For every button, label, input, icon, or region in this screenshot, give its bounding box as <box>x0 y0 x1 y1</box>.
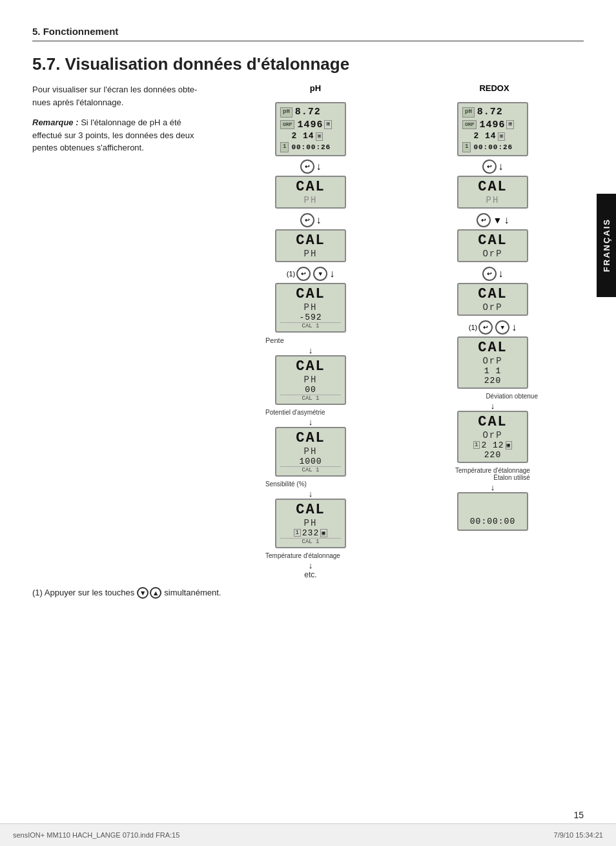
arrow-2: ↓ <box>316 214 322 226</box>
redox-nav-row-1: ↩ ↓ <box>482 160 504 174</box>
ph-col-label: pH <box>277 83 354 93</box>
redox-nav-row-4: (1) ↩ ▼ ↓ <box>469 320 517 335</box>
redox-ph-value: 8.72 <box>477 106 503 119</box>
cal-bot-3: CAL 1 <box>280 322 341 329</box>
redox-orp-label-sm: ORP <box>462 120 477 129</box>
redox-cal-val-4b: 220 <box>462 376 523 386</box>
redox-cal-text-4: CAL <box>462 340 523 356</box>
temp-value: 2 14 <box>291 131 314 142</box>
cal-text-6: CAL <box>280 502 341 518</box>
col-headers: pH REDOX <box>220 83 584 98</box>
redox-arrow-4: ↓ <box>511 322 517 333</box>
deviation-label-row: Déviation obtenue <box>447 393 538 400</box>
redox-arrow-down-4: ↓ <box>491 401 495 411</box>
cal-box-3: CAL PH -592 CAL 1 <box>275 283 346 333</box>
section-heading-text: 5. Fonctionnement <box>32 26 118 37</box>
sensibilite-label: Sensibilité (%) <box>265 480 307 488</box>
diagrams-section: pH REDOX pH 8.72 ORP <box>220 83 584 579</box>
intro-text: Pour visualiser sur l'écran les données … <box>32 83 213 108</box>
circle-up-icon: ▲ <box>150 587 161 599</box>
bottom-note2-text: simultanément. <box>164 588 221 597</box>
redox-cal-sub-2: OrP <box>462 249 523 259</box>
arrow-down-6: ↓ <box>309 561 313 570</box>
redox-nav-row-3: ↩ ↓ <box>482 267 504 281</box>
main-title-text: 5.7. Visualisation données d'étalonnage <box>32 54 349 74</box>
cal-text-4: CAL <box>280 358 341 375</box>
redox-cal-sub-4: OrP <box>462 356 523 366</box>
arrow-1: ↓ <box>316 161 322 172</box>
redox-cal-sub-3: OrP <box>462 302 523 313</box>
section-heading: 5. Fonctionnement <box>32 26 584 41</box>
redox-initial-display: pH 8.72 ORP 1496 ▣ T 2 14 ▣ <box>457 102 528 156</box>
footer-left: sensION+ MM110 HACH_LANGE 0710.indd FRA:… <box>13 831 180 839</box>
redox-cal-text-3: CAL <box>462 286 523 302</box>
cal-text-5: CAL <box>280 430 341 446</box>
orp-value: 1496 <box>297 119 323 132</box>
bottom-icons: ▼ ▲ <box>137 587 161 599</box>
bottom-note: (1) Appuyer sur les touches ▼ ▲ simultan… <box>32 587 584 599</box>
cal-step-5: CAL PH 1000 CAL 1 <box>275 427 346 477</box>
bottom-note-text: (1) Appuyer sur les touches <box>32 588 134 597</box>
orp-label-sm: ORP <box>280 120 294 129</box>
redox-nav-icon-3: ↩ <box>482 267 497 281</box>
page-number: 15 <box>573 810 584 820</box>
redox-nav-icon-4a: ↩ <box>478 320 493 335</box>
page-container: 5. Fonctionnement 5.7. Visualisation don… <box>0 0 616 846</box>
columns-row: pH 8.72 ORP 1496 ▣ T 2 14 ▣ <box>220 102 584 579</box>
cal-box-2: CAL PH <box>275 229 346 262</box>
redox-cal-box-6: 00:00:00 <box>457 492 528 531</box>
redox-etalon-label: Étalon utilisé <box>493 474 530 481</box>
main-title: 5.7. Visualisation données d'étalonnage <box>32 54 584 74</box>
redox-ph-label-sm: pH <box>462 107 475 118</box>
ph-label-sm: pH <box>280 107 293 118</box>
francais-tab: FRANÇAIS <box>597 194 616 297</box>
redox-temp-label: Température d'étalonnage <box>455 467 530 474</box>
circle-down-icon: ▼ <box>137 587 149 599</box>
sensibilite-label-row: Sensibilité (%) <box>265 480 356 488</box>
ph-main-value: 8.72 <box>295 106 321 119</box>
nav-icon-3a: ↩ <box>296 267 311 281</box>
cal-sub-5: PH <box>280 446 341 457</box>
ph-initial-display: pH 8.72 ORP 1496 ▣ T 2 14 ▣ <box>275 102 346 156</box>
potentiel-label: Potentiel d'asymétrie <box>265 409 325 416</box>
cal-sub-1: PH <box>280 195 341 205</box>
redox-cal-box-3: CAL OrP <box>457 283 528 316</box>
redox-cal-text-2: CAL <box>462 232 523 249</box>
redox-cal-step-2: CAL OrP <box>457 229 528 263</box>
redox-cal-sub-5: OrP <box>462 430 523 440</box>
cal-val-5: 1000 <box>280 457 341 466</box>
redox-cal-box-1: CAL PH <box>457 176 528 209</box>
cal-sub-2: PH <box>280 249 341 259</box>
cal-text-3: CAL <box>280 286 341 302</box>
potentiel-label-row: Potentiel d'asymétrie <box>265 409 356 416</box>
redox-cal-val-5b: 220 <box>462 450 523 460</box>
redox-cal-val-5a: 1 2 12 ▣ <box>462 440 523 450</box>
arrow-3: ↓ <box>329 268 334 280</box>
redox-nav-icon-4b: ▼ <box>495 320 509 335</box>
cal-box-4: CAL PH 00 CAL 1 <box>275 355 346 405</box>
nav-row-1: ↩ ↓ <box>300 160 322 174</box>
redox-cal-box-5: CAL OrP 1 2 12 ▣ 220 <box>457 411 528 463</box>
redox-cal-step-4: CAL OrP 1 1 220 <box>457 336 528 389</box>
redox-final-time: 00:00:00 <box>462 517 523 528</box>
cal-step-2: CAL PH <box>275 229 346 263</box>
cal-text-2: CAL <box>280 232 341 249</box>
cal-text-1: CAL <box>280 179 341 195</box>
redox-cal-box-2: CAL OrP <box>457 229 528 262</box>
ph-column: pH 8.72 ORP 1496 ▣ T 2 14 ▣ <box>265 102 356 579</box>
nav-row-2: ↩ ↓ <box>300 213 322 227</box>
redox-nav-icon-1: ↩ <box>482 160 497 174</box>
paren-1-ph: (1) <box>287 270 295 278</box>
cal-box-1: CAL PH <box>275 176 346 209</box>
time-value: 00:00:26 <box>291 143 331 152</box>
cal-bot-6: CAL 1 <box>280 538 341 545</box>
cal-step-4: CAL PH 00 CAL 1 <box>275 355 346 406</box>
nav-icon-1: ↩ <box>300 160 314 174</box>
redox-cal-box-4: CAL OrP 1 1 220 <box>457 336 528 389</box>
cal-box-6: CAL PH 1 232 ▣ CAL 1 <box>275 499 346 548</box>
redox-arrow-3: ↓ <box>498 268 504 280</box>
cal-sub-3: PH <box>280 302 341 313</box>
redox-arrow-1: ↓ <box>498 161 504 172</box>
nav-icon-3b: ▼ <box>313 267 327 281</box>
redox-t2: 1 <box>462 142 471 152</box>
